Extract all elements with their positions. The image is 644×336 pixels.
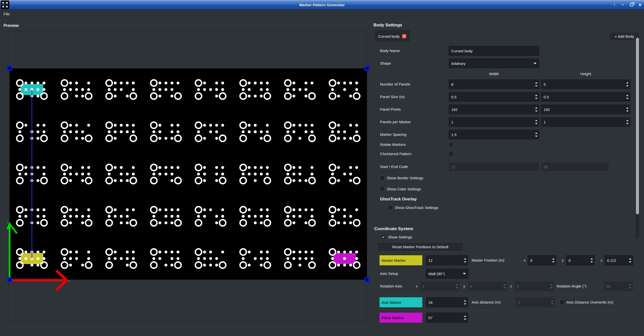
marker[interactable] <box>151 122 181 142</box>
marker[interactable] <box>151 164 181 184</box>
panels-width-spinbox[interactable]: 8 <box>449 79 539 89</box>
spinner-arrows[interactable] <box>625 117 630 127</box>
spinner-arrows[interactable] <box>627 281 633 291</box>
spinner-arrows[interactable] <box>462 298 468 307</box>
marker[interactable] <box>329 80 360 99</box>
marker[interactable] <box>285 122 315 142</box>
preview-canvas[interactable]: zx <box>10 68 367 280</box>
start-code-input[interactable]: 12 <box>449 162 539 172</box>
master-marker-id-spinbox[interactable]: 12 <box>426 255 468 265</box>
spinner-arrows[interactable] <box>534 117 539 127</box>
axis-distance-spinbox[interactable]: 2 <box>515 297 555 307</box>
add-body-button[interactable]: + Add Body <box>609 32 640 41</box>
panels-per-marker-height-spinbox[interactable]: 1 <box>541 117 630 127</box>
marker[interactable] <box>329 164 360 184</box>
rotation-angle-spinbox[interactable]: 90 <box>604 281 633 291</box>
close-tab-icon[interactable]: ✕ <box>402 34 406 38</box>
panel-size-height-spinbox[interactable]: 0.5 <box>541 92 630 102</box>
spinner-arrows[interactable] <box>627 256 633 265</box>
end-code-input[interactable]: 5b <box>541 162 609 172</box>
spinner-arrows[interactable] <box>534 105 539 114</box>
axis-distance-label: Axis distance (m) <box>472 298 501 307</box>
marker[interactable] <box>329 122 360 142</box>
marker[interactable] <box>195 164 226 184</box>
marker[interactable] <box>195 249 226 268</box>
spinner-arrows[interactable] <box>625 92 630 101</box>
spinner-arrows[interactable] <box>502 281 507 291</box>
scrollbar-thumb[interactable] <box>636 38 639 214</box>
shape-dropdown[interactable]: Arbitrary <box>449 59 539 68</box>
marker[interactable] <box>151 249 181 268</box>
spinner-arrows[interactable] <box>589 256 594 265</box>
panels-per-marker-width-spinbox[interactable]: 1 <box>449 117 539 127</box>
marker[interactable] <box>61 249 92 268</box>
spinner-arrows[interactable] <box>534 130 539 139</box>
axis-setup-label: Axis Setup <box>380 269 398 278</box>
marker[interactable] <box>285 80 315 99</box>
show-ghostrack-settings-label: Show GhosTrack Settings <box>395 205 438 210</box>
settings-scrollbar[interactable] <box>636 38 639 239</box>
master-x-spinbox[interactable]: 0 <box>528 255 556 265</box>
marker[interactable] <box>285 164 315 184</box>
master-y-spinbox[interactable]: 0 <box>566 255 595 265</box>
marker-spacing-spinbox[interactable]: 1.5 <box>449 130 539 139</box>
marker[interactable] <box>329 207 360 226</box>
show-ghostrack-settings-checkbox[interactable] <box>388 205 393 210</box>
spinner-arrows[interactable] <box>534 80 539 89</box>
axis-distance-overwrite-checkbox[interactable] <box>560 300 564 304</box>
marker[interactable] <box>106 80 136 99</box>
marker[interactable] <box>195 80 226 99</box>
panel-pixels-width-spinbox[interactable]: 192 <box>449 105 539 114</box>
spinner-arrows[interactable] <box>625 80 630 89</box>
marker[interactable] <box>61 207 92 226</box>
spinner-arrows[interactable] <box>534 92 539 101</box>
spinner-arrows[interactable] <box>462 313 468 322</box>
rotation-y-spinbox[interactable]: 0 <box>467 281 508 291</box>
marker[interactable] <box>106 207 136 226</box>
marker[interactable] <box>61 164 92 184</box>
marker[interactable] <box>240 207 271 226</box>
plane-marker[interactable] <box>329 249 360 268</box>
panels-height-spinbox[interactable]: 5 <box>541 79 630 89</box>
reset-marker-positions-button[interactable]: Reset Marker Positions to Default <box>377 242 464 251</box>
rotation-x-spinbox[interactable]: 1 <box>420 281 460 291</box>
marker[interactable] <box>195 122 226 142</box>
marker[interactable] <box>61 122 92 142</box>
axis-marker-id-spinbox[interactable]: 16 <box>426 297 468 307</box>
checkered-pattern-checkbox[interactable] <box>449 152 453 156</box>
spinner-arrows[interactable] <box>462 256 468 265</box>
tab-curved-body[interactable]: Curved body ✕ <box>375 30 410 42</box>
marker[interactable] <box>240 80 271 99</box>
marker[interactable] <box>106 122 136 142</box>
marker[interactable] <box>285 249 315 268</box>
show-settings-checkbox[interactable] <box>381 235 386 239</box>
show-border-settings-checkbox[interactable] <box>380 176 385 180</box>
menu-file[interactable]: File <box>0 12 13 16</box>
marker[interactable] <box>240 249 271 268</box>
marker[interactable] <box>240 164 271 184</box>
marker[interactable] <box>195 207 226 226</box>
marker-grid[interactable]: zx <box>10 68 367 280</box>
marker[interactable] <box>106 249 136 268</box>
marker[interactable] <box>285 207 315 226</box>
spinner-arrows[interactable] <box>454 281 460 291</box>
panel-pixels-height-spinbox[interactable]: 192 <box>541 105 630 114</box>
marker[interactable] <box>151 207 181 226</box>
marker[interactable] <box>151 80 181 99</box>
panel-size-width-spinbox[interactable]: 0.5 <box>449 92 539 102</box>
show-color-settings-checkbox[interactable] <box>380 187 385 191</box>
rotate-markers-checkbox[interactable] <box>449 142 453 147</box>
master-z-spinbox[interactable]: 0.112 <box>604 255 633 265</box>
marker[interactable] <box>61 80 92 99</box>
spinner-arrows[interactable] <box>625 105 630 114</box>
chevron-down-icon <box>534 63 537 64</box>
axis-setup-dropdown[interactable]: Wall (90°) <box>426 269 469 279</box>
marker[interactable] <box>240 122 271 142</box>
spinner-arrows[interactable] <box>549 298 555 307</box>
plane-marker-id-spinbox[interactable]: 57 <box>426 313 468 323</box>
spinner-arrows[interactable] <box>551 256 556 265</box>
rotation-z-spinbox[interactable]: 0 <box>514 281 554 291</box>
body-name-input[interactable]: Curved body <box>449 46 539 56</box>
spinner-arrows[interactable] <box>549 281 554 291</box>
marker[interactable] <box>106 164 136 184</box>
